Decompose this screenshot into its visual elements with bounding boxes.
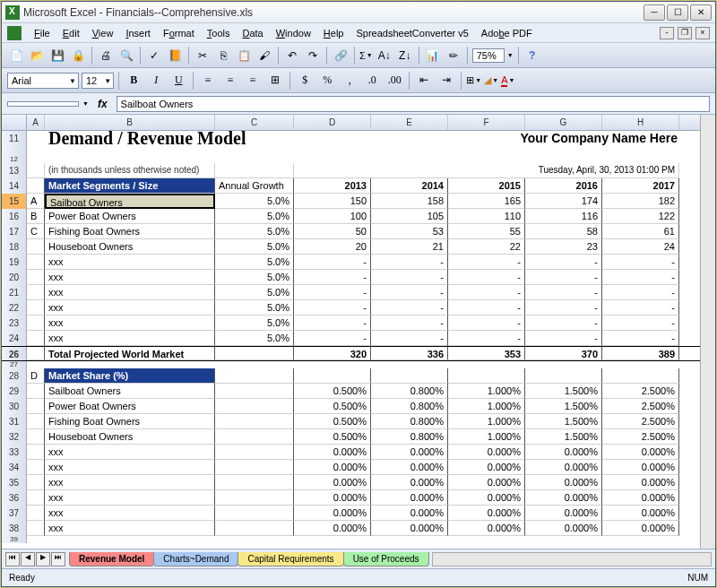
tab-next-icon[interactable]: ▶ [36, 552, 50, 566]
col-header[interactable]: F [448, 115, 525, 130]
row-header[interactable]: 33 [2, 445, 27, 460]
paste-icon[interactable]: 📋 [235, 47, 253, 65]
subtitle[interactable]: (in thousands unless otherwise noted) [45, 163, 215, 178]
sort-asc-icon[interactable]: A↓ [376, 47, 393, 65]
align-left-icon[interactable]: ≡ [198, 72, 218, 90]
row-header[interactable]: 21 [2, 285, 27, 300]
row-header[interactable]: 16 [2, 209, 27, 224]
print-icon[interactable]: 🖨 [97, 47, 115, 65]
tab-revenue-model[interactable]: Revenue Model [69, 552, 154, 566]
decrease-decimal-icon[interactable]: .00 [384, 72, 404, 90]
col-header[interactable]: H [602, 115, 679, 130]
row-header[interactable]: 39 [2, 536, 27, 543]
row-header[interactable]: 23 [2, 316, 27, 331]
italic-button[interactable]: I [146, 72, 166, 90]
row-header[interactable]: 35 [2, 475, 27, 490]
menu-format[interactable]: Format [158, 26, 200, 40]
currency-icon[interactable]: $ [295, 72, 315, 90]
row-header[interactable]: 11 [2, 131, 27, 156]
menu-insert[interactable]: Insert [120, 26, 156, 40]
sort-desc-icon[interactable]: Z↓ [396, 47, 414, 65]
maximize-button[interactable]: ☐ [667, 4, 688, 21]
underline-button[interactable]: U [168, 72, 188, 90]
copy-icon[interactable]: ⎘ [214, 47, 232, 65]
menu-help[interactable]: Help [318, 26, 350, 40]
formula-input[interactable]: Sailboat Owners [117, 96, 710, 112]
row-header[interactable]: 30 [2, 399, 27, 414]
col-header[interactable]: E [371, 115, 448, 130]
format-painter-icon[interactable]: 🖌 [255, 47, 273, 65]
help-icon[interactable]: ? [523, 47, 541, 65]
select-all-corner[interactable] [2, 115, 27, 131]
comma-icon[interactable]: , [340, 72, 359, 90]
merge-center-icon[interactable]: ⊞ [265, 72, 285, 90]
col-header[interactable]: A [27, 115, 45, 130]
tab-charts-demand[interactable]: Charts~Demand [153, 552, 238, 566]
row-header[interactable]: 17 [2, 224, 27, 239]
hyperlink-icon[interactable]: 🔗 [332, 47, 350, 65]
row-header[interactable]: 19 [2, 255, 27, 270]
row-header[interactable]: 12 [2, 156, 27, 163]
autosum-button[interactable]: Σ▼ [359, 50, 373, 61]
close-button[interactable]: ✕ [690, 4, 712, 21]
redo-icon[interactable]: ↷ [304, 47, 322, 65]
name-box-dropdown-icon[interactable]: ▼ [82, 100, 89, 107]
new-icon[interactable]: 📄 [7, 47, 25, 65]
row-header[interactable]: 38 [2, 521, 27, 536]
fill-color-button[interactable]: ◢▼ [484, 74, 498, 86]
permission-icon[interactable]: 🔒 [69, 47, 87, 65]
preview-icon[interactable]: 🔍 [117, 47, 135, 65]
menu-edit[interactable]: Edit [57, 26, 85, 40]
fx-icon[interactable]: fx [92, 98, 113, 110]
row-header[interactable]: 22 [2, 300, 27, 316]
menu-tools[interactable]: Tools [202, 26, 236, 40]
tab-first-icon[interactable]: ⏮ [5, 552, 20, 566]
zoom-dropdown-icon[interactable]: ▼ [507, 52, 514, 58]
row-header[interactable]: 26 [2, 347, 27, 360]
align-right-icon[interactable]: ≡ [243, 72, 263, 90]
active-cell[interactable]: Sailboat Owners [45, 194, 215, 209]
row-header[interactable]: 20 [2, 270, 27, 285]
undo-icon[interactable]: ↶ [283, 47, 301, 65]
row-header[interactable]: 24 [2, 331, 27, 346]
zoom-select[interactable]: 75% [472, 48, 505, 63]
save-icon[interactable]: 💾 [48, 47, 66, 65]
col-header[interactable]: G [525, 115, 602, 130]
total-label[interactable]: Total Projected World Market [45, 347, 215, 360]
align-center-icon[interactable]: ≡ [220, 72, 240, 90]
doc-restore-button[interactable]: ❐ [678, 27, 692, 39]
row-header[interactable]: 31 [2, 414, 27, 429]
col-header[interactable]: D [294, 115, 371, 130]
col-header[interactable]: C [215, 115, 294, 130]
menu-converter[interactable]: SpreadsheetConverter v5 [350, 26, 473, 40]
drawing-icon[interactable]: ✏ [445, 47, 462, 65]
decrease-indent-icon[interactable]: ⇤ [414, 72, 434, 90]
tab-last-icon[interactable]: ⏭ [51, 552, 65, 566]
row-header[interactable]: 15 [2, 194, 27, 209]
row-header[interactable]: 36 [2, 490, 27, 506]
tab-capital-requirements[interactable]: Capital Requirements [238, 552, 343, 566]
menu-adobe[interactable]: Adobe PDF [476, 26, 538, 40]
font-color-button[interactable]: A▼ [501, 74, 514, 87]
menu-window[interactable]: Window [271, 26, 316, 40]
growth-header[interactable]: Annual Growth [215, 178, 294, 194]
increase-decimal-icon[interactable]: .0 [362, 72, 382, 90]
row-header[interactable]: 18 [2, 239, 27, 255]
tab-prev-icon[interactable]: ◀ [21, 552, 35, 566]
segments-header[interactable]: Market Segments / Size [45, 178, 215, 194]
percent-icon[interactable]: % [317, 72, 337, 90]
chart-icon[interactable]: 📊 [424, 47, 442, 65]
vertical-scrollbar[interactable] [700, 115, 715, 549]
share-header[interactable]: Market Share (%) [45, 368, 215, 384]
research-icon[interactable]: 📙 [166, 47, 184, 65]
doc-minimize-button[interactable]: - [660, 27, 674, 39]
spellcheck-icon[interactable]: ✓ [145, 47, 163, 65]
borders-button[interactable]: ⊞▼ [466, 74, 481, 86]
row-header[interactable]: 29 [2, 384, 27, 399]
minimize-button[interactable]: ─ [644, 4, 665, 21]
doc-close-button[interactable]: × [695, 27, 710, 39]
timestamp[interactable]: Tuesday, April, 30, 2013 01:00 PM [294, 163, 679, 178]
row-header[interactable]: 28 [2, 368, 27, 384]
font-name-select[interactable]: Arial▼ [7, 73, 79, 89]
tab-use-of-proceeds[interactable]: Use of Proceeds [343, 552, 429, 566]
